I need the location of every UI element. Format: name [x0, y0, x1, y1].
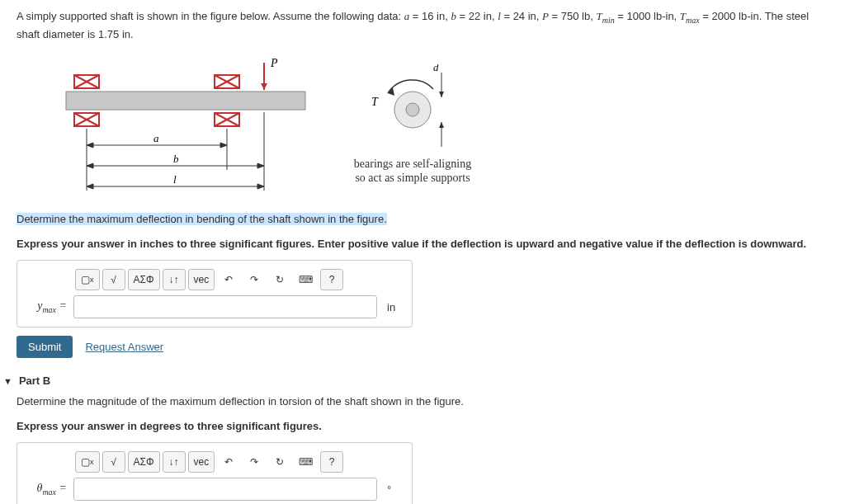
svg-marker-26 [257, 184, 264, 189]
help-button[interactable]: ? [320, 451, 343, 473]
svg-marker-22 [87, 163, 93, 168]
answer-box-b: ▢x √ ΑΣΦ ↓↑ vec ↶ ↷ ↻ ⌨ ? θmax = ° [17, 442, 413, 504]
submit-button-a[interactable]: Submit [17, 336, 73, 358]
part-b-instruction: Express your answer in degrees to three … [17, 418, 828, 435]
problem-statement: A simply supported shaft is shown in the… [17, 8, 828, 42]
svg-marker-20 [220, 143, 227, 148]
toolbar-b: ▢x √ ΑΣΦ ↓↑ vec ↶ ↷ ↻ ⌨ ? [75, 451, 404, 473]
part-b-section: Determine the magnitude of the maximum d… [17, 393, 828, 504]
template-button[interactable]: ▢x [75, 269, 100, 290]
var-Tmin: T [596, 10, 602, 22]
label-l: l [173, 173, 177, 186]
unit-a: in [387, 301, 404, 313]
undo-button[interactable]: ↶ [217, 269, 240, 290]
label-T: T [371, 96, 379, 108]
cross-section-group: T d bearings are self-aligning so act as… [347, 64, 479, 186]
template-button[interactable]: ▢x [75, 451, 100, 473]
label-a: a [153, 132, 159, 144]
label-b: b [173, 153, 179, 165]
part-a-question: Determine the maximum deflection in bend… [17, 211, 828, 228]
greek-button[interactable]: ΑΣΦ [128, 451, 160, 473]
label-d: d [433, 64, 439, 73]
reset-button[interactable]: ↻ [268, 269, 291, 290]
part-b-title: Part B [19, 374, 50, 387]
redo-button[interactable]: ↷ [243, 451, 266, 473]
shaft-diagram: P a b l [50, 50, 314, 199]
var-P: P [542, 10, 549, 22]
svg-marker-31 [439, 92, 444, 97]
svg-point-28 [406, 103, 419, 116]
part-b-header[interactable]: ▼ Part B [3, 374, 828, 387]
part-a-instruction: Express your answer in inches to three s… [17, 236, 828, 252]
keyboard-button[interactable]: ⌨ [294, 269, 318, 290]
svg-marker-25 [87, 184, 93, 189]
answer-box-a: ▢x √ ΑΣΦ ↓↑ vec ↶ ↷ ↻ ⌨ ? ymax = in [17, 260, 413, 327]
var-label-a: ymax = [26, 299, 67, 314]
toolbar-a: ▢x √ ΑΣΦ ↓↑ vec ↶ ↷ ↻ ⌨ ? [75, 269, 404, 290]
help-button[interactable]: ? [320, 269, 343, 290]
figure-area: P a b l T d bearings are sel [50, 50, 828, 199]
vec-button[interactable]: vec [188, 451, 215, 473]
problem-intro: A simply supported shaft is shown in the… [17, 10, 404, 22]
part-a-section: Determine the maximum deflection in bend… [17, 211, 828, 358]
redo-button[interactable]: ↷ [243, 269, 266, 290]
part-b-question: Determine the magnitude of the maximum d… [17, 393, 828, 410]
bearing-caption: bearings are self-aligning so act as sim… [347, 158, 479, 186]
subsup-button[interactable]: ↓↑ [163, 269, 186, 290]
svg-rect-0 [66, 92, 305, 110]
vec-button[interactable]: vec [188, 269, 215, 290]
svg-marker-23 [257, 163, 264, 168]
greek-button[interactable]: ΑΣΦ [128, 269, 160, 290]
subsup-button[interactable]: ↓↑ [163, 451, 186, 473]
svg-marker-14 [261, 83, 267, 90]
cross-section-diagram: T d [347, 64, 479, 155]
unit-b: ° [387, 483, 404, 496]
svg-marker-33 [439, 122, 444, 128]
answer-input-b[interactable] [73, 478, 377, 501]
svg-marker-19 [87, 143, 93, 148]
var-label-b: θmax = [26, 482, 67, 497]
answer-input-a[interactable] [73, 295, 377, 318]
request-answer-link-a[interactable]: Request Answer [85, 341, 163, 353]
sqrt-button[interactable]: √ [102, 269, 125, 290]
caret-down-icon[interactable]: ▼ [3, 376, 12, 386]
keyboard-button[interactable]: ⌨ [294, 451, 318, 473]
sqrt-button[interactable]: √ [102, 451, 125, 473]
undo-button[interactable]: ↶ [217, 451, 240, 473]
label-P: P [270, 57, 278, 69]
var-Tmax: T [680, 10, 686, 22]
reset-button[interactable]: ↻ [268, 451, 291, 473]
